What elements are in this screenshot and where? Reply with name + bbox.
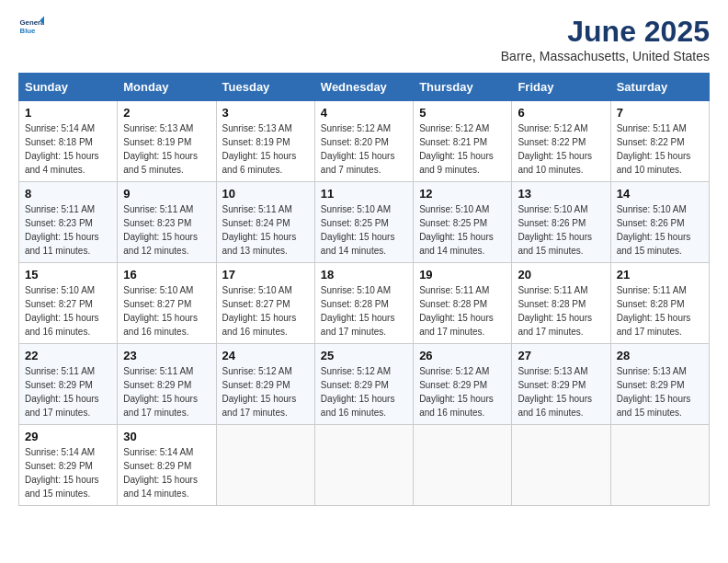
calendar-cell: 2Sunrise: 5:13 AMSunset: 8:19 PMDaylight… (118, 101, 216, 182)
calendar-cell: 4Sunrise: 5:12 AMSunset: 8:20 PMDaylight… (314, 101, 413, 182)
calendar-cell: 13Sunrise: 5:10 AMSunset: 8:26 PMDayligh… (512, 182, 610, 263)
calendar-cell: 22Sunrise: 5:11 AMSunset: 8:29 PMDayligh… (19, 344, 118, 425)
day-number: 5 (419, 106, 506, 120)
calendar-cell: 10Sunrise: 5:11 AMSunset: 8:24 PMDayligh… (216, 182, 314, 263)
day-number: 10 (222, 187, 309, 201)
day-number: 25 (321, 349, 407, 362)
calendar-cell: 5Sunrise: 5:12 AMSunset: 8:21 PMDaylight… (414, 101, 512, 182)
logo-icon: General Blue (18, 15, 44, 40)
day-number: 6 (518, 106, 604, 120)
calendar-week-row: 29Sunrise: 5:14 AMSunset: 8:29 PMDayligh… (19, 425, 710, 506)
svg-text:General: General (20, 18, 44, 27)
header-day-wednesday: Wednesday (314, 74, 413, 101)
day-detail: Sunrise: 5:13 AMSunset: 8:29 PMDaylight:… (518, 364, 604, 419)
calendar-cell: 11Sunrise: 5:10 AMSunset: 8:25 PMDayligh… (314, 182, 413, 263)
day-number: 19 (419, 268, 506, 282)
header-day-thursday: Thursday (414, 74, 512, 101)
day-number: 9 (123, 187, 210, 201)
calendar-cell: 23Sunrise: 5:11 AMSunset: 8:29 PMDayligh… (118, 344, 216, 425)
calendar-week-row: 8Sunrise: 5:11 AMSunset: 8:23 PMDaylight… (19, 182, 710, 263)
day-detail: Sunrise: 5:14 AMSunset: 8:18 PMDaylight:… (25, 121, 111, 177)
day-detail: Sunrise: 5:11 AMSunset: 8:28 PMDaylight:… (518, 283, 604, 339)
calendar-cell: 17Sunrise: 5:10 AMSunset: 8:27 PMDayligh… (216, 263, 314, 344)
day-detail: Sunrise: 5:10 AMSunset: 8:27 PMDaylight:… (25, 283, 111, 339)
calendar-cell-empty (314, 425, 413, 506)
calendar-header-row: SundayMondayTuesdayWednesdayThursdayFrid… (19, 74, 710, 101)
day-detail: Sunrise: 5:10 AMSunset: 8:27 PMDaylight:… (222, 283, 309, 339)
day-detail: Sunrise: 5:10 AMSunset: 8:25 PMDaylight:… (321, 202, 407, 258)
calendar-cell: 20Sunrise: 5:11 AMSunset: 8:28 PMDayligh… (512, 263, 610, 344)
calendar-cell: 9Sunrise: 5:11 AMSunset: 8:23 PMDaylight… (118, 182, 216, 263)
day-number: 8 (25, 187, 111, 201)
calendar-cell-empty (610, 425, 709, 506)
day-detail: Sunrise: 5:11 AMSunset: 8:22 PMDaylight:… (617, 121, 703, 177)
day-detail: Sunrise: 5:11 AMSunset: 8:23 PMDaylight:… (25, 202, 111, 258)
day-detail: Sunrise: 5:12 AMSunset: 8:29 PMDaylight:… (419, 364, 506, 419)
day-detail: Sunrise: 5:13 AMSunset: 8:19 PMDaylight:… (123, 121, 210, 177)
day-number: 22 (25, 349, 111, 362)
calendar-cell: 8Sunrise: 5:11 AMSunset: 8:23 PMDaylight… (19, 182, 118, 263)
header-day-sunday: Sunday (19, 74, 118, 101)
day-number: 1 (25, 106, 111, 120)
day-number: 17 (222, 268, 309, 282)
calendar-cell: 7Sunrise: 5:11 AMSunset: 8:22 PMDaylight… (610, 101, 709, 182)
day-number: 28 (617, 349, 703, 362)
calendar-table: SundayMondayTuesdayWednesdayThursdayFrid… (18, 73, 710, 506)
calendar-cell: 14Sunrise: 5:10 AMSunset: 8:26 PMDayligh… (610, 182, 709, 263)
day-number: 27 (518, 349, 604, 362)
calendar-cell: 19Sunrise: 5:11 AMSunset: 8:28 PMDayligh… (414, 263, 512, 344)
calendar-cell: 15Sunrise: 5:10 AMSunset: 8:27 PMDayligh… (19, 263, 118, 344)
day-detail: Sunrise: 5:10 AMSunset: 8:27 PMDaylight:… (123, 283, 210, 339)
day-number: 4 (321, 106, 407, 120)
calendar-cell: 28Sunrise: 5:13 AMSunset: 8:29 PMDayligh… (610, 344, 709, 425)
calendar-cell: 16Sunrise: 5:10 AMSunset: 8:27 PMDayligh… (118, 263, 216, 344)
header-day-tuesday: Tuesday (216, 74, 314, 101)
calendar-cell: 6Sunrise: 5:12 AMSunset: 8:22 PMDaylight… (512, 101, 610, 182)
day-number: 3 (222, 106, 309, 120)
day-detail: Sunrise: 5:12 AMSunset: 8:22 PMDaylight:… (518, 121, 604, 177)
day-detail: Sunrise: 5:14 AMSunset: 8:29 PMDaylight:… (123, 445, 210, 500)
day-detail: Sunrise: 5:12 AMSunset: 8:20 PMDaylight:… (321, 121, 407, 177)
calendar-cell: 18Sunrise: 5:10 AMSunset: 8:28 PMDayligh… (314, 263, 413, 344)
calendar-cell-empty (216, 425, 314, 506)
header-day-saturday: Saturday (610, 74, 709, 101)
logo: General Blue (18, 15, 44, 40)
calendar-cell: 1Sunrise: 5:14 AMSunset: 8:18 PMDaylight… (19, 101, 118, 182)
day-number: 16 (123, 268, 210, 282)
day-number: 18 (321, 268, 407, 282)
main-title: June 2025 (501, 15, 710, 49)
calendar-cell: 3Sunrise: 5:13 AMSunset: 8:19 PMDaylight… (216, 101, 314, 182)
day-detail: Sunrise: 5:11 AMSunset: 8:29 PMDaylight:… (123, 364, 210, 419)
header: General Blue June 2025 Barre, Massachuse… (18, 15, 710, 63)
day-detail: Sunrise: 5:12 AMSunset: 8:29 PMDaylight:… (222, 364, 309, 419)
day-detail: Sunrise: 5:11 AMSunset: 8:29 PMDaylight:… (25, 364, 111, 419)
day-number: 2 (123, 106, 210, 120)
day-detail: Sunrise: 5:10 AMSunset: 8:26 PMDaylight:… (617, 202, 703, 258)
day-number: 20 (518, 268, 604, 282)
day-detail: Sunrise: 5:11 AMSunset: 8:28 PMDaylight:… (419, 283, 506, 339)
day-number: 30 (123, 430, 210, 443)
calendar-cell: 29Sunrise: 5:14 AMSunset: 8:29 PMDayligh… (19, 425, 118, 506)
day-number: 13 (518, 187, 604, 201)
calendar-cell: 26Sunrise: 5:12 AMSunset: 8:29 PMDayligh… (414, 344, 512, 425)
day-detail: Sunrise: 5:10 AMSunset: 8:28 PMDaylight:… (321, 283, 407, 339)
day-detail: Sunrise: 5:14 AMSunset: 8:29 PMDaylight:… (25, 445, 111, 500)
day-detail: Sunrise: 5:11 AMSunset: 8:24 PMDaylight:… (222, 202, 309, 258)
day-detail: Sunrise: 5:10 AMSunset: 8:25 PMDaylight:… (419, 202, 506, 258)
day-number: 12 (419, 187, 506, 201)
calendar-week-row: 15Sunrise: 5:10 AMSunset: 8:27 PMDayligh… (19, 263, 710, 344)
day-detail: Sunrise: 5:10 AMSunset: 8:26 PMDaylight:… (518, 202, 604, 258)
day-number: 15 (25, 268, 111, 282)
calendar-cell: 24Sunrise: 5:12 AMSunset: 8:29 PMDayligh… (216, 344, 314, 425)
day-detail: Sunrise: 5:13 AMSunset: 8:19 PMDaylight:… (222, 121, 309, 177)
day-number: 7 (617, 106, 703, 120)
header-day-friday: Friday (512, 74, 610, 101)
header-day-monday: Monday (118, 74, 216, 101)
subtitle: Barre, Massachusetts, United States (501, 49, 710, 63)
day-number: 24 (222, 349, 309, 362)
day-number: 26 (419, 349, 506, 362)
day-detail: Sunrise: 5:11 AMSunset: 8:28 PMDaylight:… (617, 283, 703, 339)
day-detail: Sunrise: 5:11 AMSunset: 8:23 PMDaylight:… (123, 202, 210, 258)
day-number: 14 (617, 187, 703, 201)
svg-text:Blue: Blue (20, 27, 37, 35)
